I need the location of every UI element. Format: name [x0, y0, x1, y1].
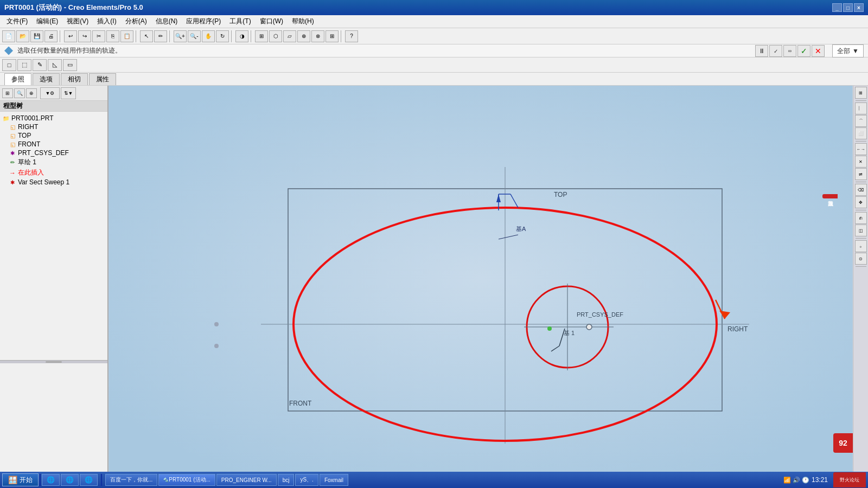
offset-button[interactable]: ⬦ [855, 240, 867, 252]
ie-button[interactable]: 🌐 [42, 474, 60, 486]
filter-dropdown[interactable]: 全部 ▼ [832, 44, 864, 57]
cancel-feature-button[interactable]: ✕ [812, 45, 825, 57]
tree-item-prt0001[interactable]: 📁 PRT0001.PRT [2, 114, 105, 123]
title-bar: PRT0001 (活动的) - Creo Elements/Pro 5.0 _ … [0, 0, 868, 15]
tree-expand-button[interactable]: ⊕ [26, 88, 37, 98]
menu-window[interactable]: 窗口(W) [256, 16, 288, 27]
menu-insert[interactable]: 插入(I) [93, 16, 120, 27]
mirror-button[interactable]: ◫ [855, 224, 867, 236]
view-orient-button[interactable]: ⊞ [855, 87, 867, 99]
del-button[interactable]: ⌫ [855, 184, 867, 196]
accept-button[interactable]: ✓ [797, 45, 810, 57]
tree-item-csys[interactable]: ✱ PRT_CSYS_DEF [2, 149, 105, 157]
canvas-area[interactable]: TOP RIGHT FRONT PRT_CSYS_DEF 基 1 基A 点我加速 [108, 86, 853, 472]
prt-button[interactable]: 🔩 PRT0001 (活动... [158, 474, 215, 486]
tree-settings-button[interactable]: ⊞ [2, 88, 13, 98]
view3d-button[interactable]: ⬡ [269, 30, 282, 42]
tree-item-insert-here[interactable]: → 在此插入 [2, 168, 105, 178]
cut-button[interactable]: ✂ [92, 30, 105, 42]
tree-item-right[interactable]: ◱ RIGHT [2, 123, 105, 131]
ellipse-button[interactable]: ⬚ [17, 59, 31, 71]
relate-button[interactable]: ⇌ [855, 168, 867, 180]
tree-item-sweep[interactable]: ✱ Var Sect Sweep 1 [2, 178, 105, 187]
tab-tangent[interactable]: 相切 [61, 73, 88, 85]
new-button[interactable]: 📄 [2, 30, 15, 42]
print-button[interactable]: 🖨 [44, 30, 58, 42]
tree-item-front[interactable]: ◱ FRONT [2, 140, 105, 149]
orient-button[interactable]: ⊞ [255, 30, 268, 42]
open-button[interactable]: 📂 [16, 30, 29, 42]
corner-badge[interactable]: 92 [833, 433, 853, 453]
start-button[interactable]: 🪟 开始 [2, 473, 39, 486]
pause-button[interactable]: ⏸ [755, 45, 768, 57]
pro-engineer-button[interactable]: PRO_ENGINER W... [216, 474, 277, 486]
rect-button[interactable]: □ [2, 59, 16, 71]
foxfire-logo[interactable]: 野火论坛 [833, 472, 866, 487]
trim-button[interactable]: ◺ [48, 59, 62, 71]
zoom-in-button[interactable]: 🔍+ [174, 30, 187, 42]
menu-help[interactable]: 帮助(H) [288, 16, 318, 27]
copy-button[interactable]: ⎘ [106, 30, 119, 42]
line-button[interactable]: ✎ [33, 59, 47, 71]
plane-button[interactable]: ▱ [283, 30, 296, 42]
close-button[interactable]: × [854, 3, 864, 12]
save-button[interactable]: 💾 [30, 30, 43, 42]
rotate-button[interactable]: ↻ [216, 30, 229, 42]
datum-button[interactable]: ⊞ [326, 30, 339, 42]
axis-button[interactable]: ⊕ [297, 30, 310, 42]
select-button[interactable]: ↖ [140, 30, 153, 42]
lower-panel [0, 363, 107, 472]
tree-sort-button[interactable]: ⇅▼ [61, 87, 76, 99]
menu-file[interactable]: 文件(F) [2, 16, 32, 27]
ys-button[interactable]: yS、. [295, 474, 318, 486]
move-button[interactable]: ✥ [855, 196, 867, 208]
rect2-button[interactable]: ▭ [63, 59, 77, 71]
redo-button[interactable]: ↪ [78, 30, 91, 42]
bcj-button[interactable]: bcj [278, 474, 295, 486]
menu-analysis[interactable]: 分析(A) [121, 16, 151, 27]
curve-button[interactable]: ⌒ [855, 115, 867, 127]
pan-button[interactable]: ✋ [202, 30, 215, 42]
sketch-button[interactable]: ✏ [154, 30, 167, 42]
zoom-out-button[interactable]: 🔍- [188, 30, 201, 42]
menu-tools[interactable]: 工具(T) [225, 16, 255, 27]
edge-button[interactable]: ⎸ [855, 102, 867, 114]
ie3-button[interactable]: 🌐 [80, 474, 98, 486]
tree-item-sketch[interactable]: ✏ 草绘 1 [2, 157, 105, 168]
sketch-toolbar: □ ⬚ ✎ ◺ ▭ [0, 57, 868, 73]
help-button[interactable]: ? [345, 30, 358, 42]
menu-apps[interactable]: 应用程序(P) [182, 16, 225, 27]
shading-button[interactable]: ◑ [235, 30, 248, 42]
foxmail-button[interactable]: Foxmail [320, 474, 348, 486]
undo-button[interactable]: ↩ [64, 30, 77, 42]
tree-item-top[interactable]: ◱ TOP [2, 131, 105, 140]
csys-button[interactable]: ⊗ [311, 30, 324, 42]
menu-edit[interactable]: 编辑(E) [32, 16, 62, 27]
dim-button[interactable]: ←→ [855, 143, 867, 155]
right-promo-panel[interactable]: 点我加速 [822, 194, 838, 198]
surface-button[interactable]: ⬜ [855, 127, 867, 139]
tree-search-button[interactable]: 🔍 [14, 88, 25, 98]
menu-info[interactable]: 信息(N) [151, 16, 182, 27]
sym-button[interactable]: ⫙ [855, 212, 867, 224]
tab-properties[interactable]: 属性 [89, 73, 116, 85]
loop-button[interactable]: ∞ [783, 45, 796, 57]
tab-options[interactable]: 选项 [33, 73, 60, 85]
tab-reference[interactable]: 参照 [4, 73, 31, 85]
tree-label: PRT0001.PRT [11, 114, 54, 122]
baidu-button[interactable]: 百度一下，你就... [105, 474, 157, 486]
panel-resize-handle[interactable] [0, 360, 107, 363]
ie2-button[interactable]: 🌐 [61, 474, 79, 486]
constraint-button[interactable]: ✕ [855, 156, 867, 168]
window-controls[interactable]: _ □ × [832, 3, 864, 12]
paste-button[interactable]: 📋 [120, 30, 133, 42]
check-button[interactable]: ✓ [769, 45, 782, 57]
tree-label: TOP [18, 132, 31, 139]
minimize-button[interactable]: _ [832, 3, 842, 12]
menu-view[interactable]: 视图(V) [62, 16, 93, 27]
maximize-button[interactable]: □ [843, 3, 853, 12]
intersect-button[interactable]: ⊙ [855, 253, 867, 265]
tree-filter-button[interactable]: ▼⚙ [40, 87, 60, 99]
svg-text:RIGHT: RIGHT [727, 325, 748, 333]
folder-icon: 📁 [2, 114, 10, 122]
